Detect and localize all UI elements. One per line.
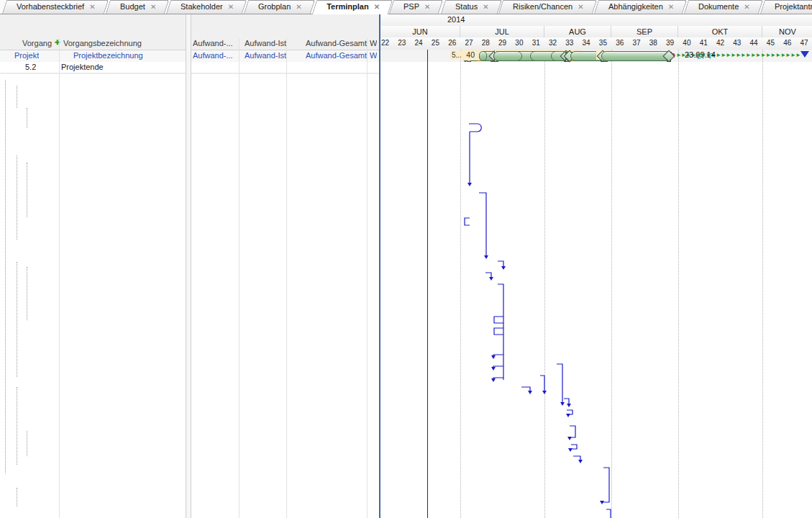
column-separator	[286, 38, 287, 518]
month-label-jul: JUL	[460, 26, 544, 37]
week-label: 29	[495, 39, 511, 47]
week-label: 31	[528, 39, 544, 47]
close-icon[interactable]: ✕	[578, 3, 584, 11]
week-label: 26	[444, 39, 460, 47]
gantt-body: ►►►►►►►►►►►►►►►►►►►►►►►►►►►►►►►►►►►►►►►►…	[380, 50, 812, 518]
close-icon[interactable]: ✕	[89, 3, 95, 11]
task-bar[interactable]	[601, 51, 671, 61]
column-header-aufwand-rest[interactable]: Aufwand-...	[193, 39, 233, 47]
close-icon[interactable]: ✕	[373, 3, 379, 11]
column-header-bezeichnung[interactable]: Vorgangsbezeichnung	[63, 39, 142, 47]
column-header-w[interactable]: W	[370, 39, 377, 47]
task-bar[interactable]	[493, 51, 522, 61]
task-bar[interactable]	[479, 51, 487, 61]
task-number: 5.2	[25, 63, 36, 71]
week-label: 28	[478, 39, 493, 47]
column-splitter[interactable]	[186, 14, 191, 518]
dependency-connectors	[380, 50, 812, 518]
tab-budget[interactable]: Budget✕	[105, 0, 168, 14]
tree-guide	[17, 155, 18, 240]
schedule-marker-icon	[800, 51, 809, 58]
week-label: 46	[780, 39, 795, 47]
tab-dokumente[interactable]: Dokumente✕	[684, 0, 763, 14]
tab-label: Dokumente	[698, 2, 739, 11]
tree-guide	[27, 163, 28, 217]
week-label: 45	[762, 39, 778, 47]
tab-label: Grobplan	[258, 2, 291, 11]
tab-label: Terminplan	[327, 2, 368, 11]
task-name: Projektende	[61, 63, 104, 71]
week-label: 41	[695, 39, 711, 47]
week-label: 27	[461, 39, 477, 47]
week-label: 42	[713, 39, 729, 47]
close-icon[interactable]: ✕	[228, 3, 234, 11]
close-icon[interactable]: ✕	[668, 3, 674, 11]
week-label: 47	[796, 39, 812, 47]
tab-terminplan[interactable]: Terminplan✕	[311, 0, 392, 14]
week-label: 39	[662, 39, 678, 47]
project-col-label: Projekt	[14, 51, 39, 60]
week-label: 32	[545, 39, 561, 47]
tab-abh-ngigkeiten[interactable]: Abhängigkeiten✕	[594, 0, 687, 14]
week-label: 24	[411, 39, 426, 47]
tab-label: Stakeholder	[181, 2, 223, 11]
tab-psp[interactable]: PSP✕	[389, 0, 444, 14]
task-table-panel: Vorgang ✚ Vorgangsbezeichnung Aufwand-..…	[0, 14, 379, 518]
project-bezeichnung-label: Projektbezeichnung	[73, 51, 143, 60]
tab-label: Projektanträge	[775, 2, 812, 11]
column-header-aufwand-gesamt[interactable]: Aufwand-Gesamt	[302, 39, 367, 47]
tree-guide	[27, 431, 28, 456]
tab-risiken-chancen[interactable]: Risiken/Chancen✕	[498, 0, 597, 14]
close-icon[interactable]: ✕	[296, 3, 301, 11]
tree-guide	[27, 267, 28, 320]
effort-value: 40	[462, 50, 475, 59]
tree-guide	[17, 488, 18, 506]
week-label: 35	[595, 39, 611, 47]
week-label: 44	[746, 39, 762, 47]
timeline-week-band[interactable]: 2223242526272829303132333435363738394041…	[380, 37, 812, 50]
project-aufwand-rest-label: Aufwand-...	[193, 51, 233, 60]
close-icon[interactable]: ✕	[424, 3, 430, 11]
month-label-jun: JUN	[380, 26, 460, 37]
month-gridline	[762, 50, 763, 518]
month-gridline	[544, 50, 545, 518]
tab-label: Risiken/Chancen	[513, 2, 572, 11]
close-icon[interactable]: ✕	[744, 3, 750, 11]
tab-status[interactable]: Status✕	[441, 0, 502, 14]
tab-label: Budget	[120, 2, 145, 11]
project-aufwand-gesamt-label: Aufwand-Gesamt	[302, 51, 367, 60]
year-label: 2014	[447, 15, 465, 24]
timeline-month-band[interactable]: JUNJULAUGSEPOKTNOV	[380, 26, 812, 38]
tab-projektantr-ge[interactable]: Projektanträge✕	[760, 0, 812, 14]
column-separator	[239, 38, 240, 518]
column-header-aufwand-ist[interactable]: Aufwand-Ist	[245, 39, 286, 47]
close-icon[interactable]: ✕	[483, 3, 488, 11]
close-icon[interactable]: ✕	[150, 3, 155, 11]
week-label: 40	[679, 39, 695, 47]
month-gridline	[678, 50, 679, 518]
gantt-panel: 2014 JUNJULAUGSEPOKTNOV 2223242526272829…	[379, 14, 812, 518]
month-gridline	[460, 50, 461, 518]
tree-guide	[17, 387, 18, 465]
week-label: 43	[729, 39, 745, 47]
tab-stakeholder[interactable]: Stakeholder✕	[166, 0, 247, 14]
week-label: 36	[612, 39, 628, 47]
week-label: 33	[562, 39, 578, 47]
tab-label: Status	[455, 2, 478, 11]
tab-vorhabensteckbrief[interactable]: Vorhabensteckbrief✕	[2, 0, 109, 14]
tab-grobplan[interactable]: Grobplan✕	[244, 0, 315, 14]
timeline-year-band[interactable]: 2014	[380, 14, 812, 27]
float-days-label: -37 T	[694, 52, 712, 60]
column-separator	[367, 38, 368, 518]
app-window: { "tabs": { "close_glyph": "✕", "items":…	[0, 0, 812, 518]
column-separator	[59, 38, 60, 518]
tab-bar: Vorhabensteckbrief✕Budget✕Stakeholder✕Gr…	[0, 0, 812, 14]
month-label-okt: OKT	[678, 26, 762, 37]
week-label: 22	[379, 39, 393, 47]
project-w-label: W	[370, 51, 377, 60]
tree-guide	[17, 86, 18, 108]
column-header-vorgang[interactable]: Vorgang	[19, 39, 52, 47]
tree-guide	[17, 262, 18, 377]
week-label: 37	[629, 39, 644, 47]
week-label: 34	[578, 39, 594, 47]
